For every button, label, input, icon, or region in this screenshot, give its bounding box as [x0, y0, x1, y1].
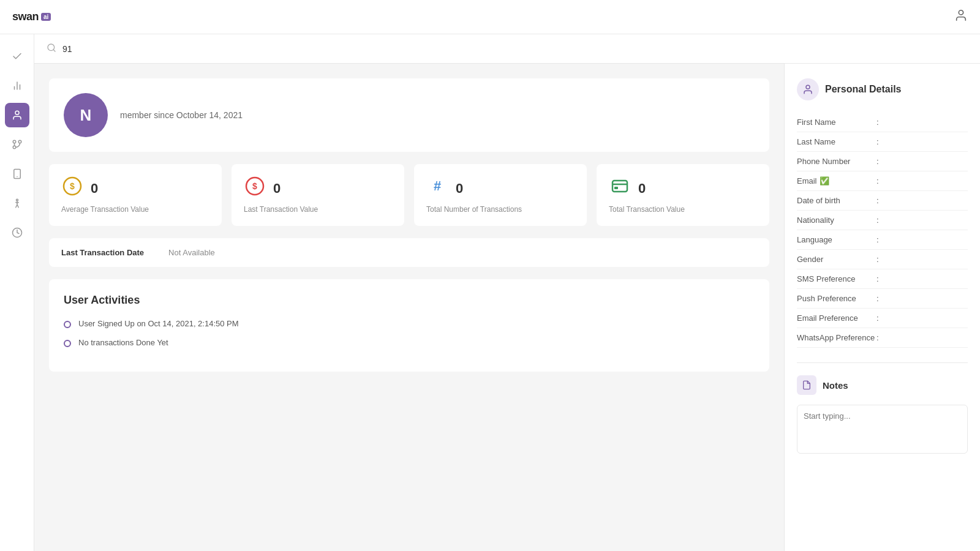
detail-row: Email Preference :	[797, 309, 968, 328]
stat-value-avg-txn: 0	[91, 181, 98, 197]
detail-row: Last Name :	[797, 132, 968, 152]
personal-details-title: Personal Details	[825, 84, 902, 95]
stats-grid: $ 0 Average Transaction Value $ 0 Last T…	[49, 164, 769, 226]
detail-row: Push Preference :	[797, 289, 968, 309]
email-verified-icon: ✅	[820, 176, 829, 186]
app-header: swan ai	[0, 0, 980, 34]
logo: swan ai	[12, 10, 51, 23]
member-since: member since October 14, 2021	[120, 110, 243, 120]
stat-label-last-txn: Last Transaction Value	[244, 205, 392, 214]
sidebar-item-user[interactable]	[5, 103, 29, 127]
sidebar-item-check[interactable]	[5, 44, 29, 69]
txn-date-value: Not Available	[168, 248, 215, 257]
notes-textarea[interactable]	[797, 405, 968, 454]
sidebar-item-figure[interactable]	[5, 191, 29, 216]
detail-row: Gender :	[797, 250, 968, 269]
notes-icon	[797, 375, 816, 395]
svg-text:$: $	[252, 181, 257, 191]
stat-icon-total-val	[609, 176, 631, 200]
svg-rect-19	[612, 181, 627, 192]
detail-label: Email Preference	[797, 313, 876, 323]
stat-icon-avg-txn: $	[61, 176, 83, 200]
detail-label: Language	[797, 235, 876, 244]
stat-label-total-val: Total Transaction Value	[609, 205, 757, 214]
content-with-panel: N member since October 14, 2021 $ 0 Aver…	[34, 64, 980, 551]
profile-header: N member since October 14, 2021	[49, 78, 769, 152]
logo-text: swan	[12, 10, 39, 23]
detail-row: WhatsApp Preference :	[797, 328, 968, 348]
detail-label: Nationality	[797, 216, 876, 225]
detail-row: Email✅ :	[797, 171, 968, 191]
detail-label: Email✅	[797, 176, 876, 186]
activity-text: User Signed Up on Oct 14, 2021, 2:14:50 …	[78, 319, 239, 328]
center-content: N member since October 14, 2021 $ 0 Aver…	[34, 64, 784, 551]
detail-row: Language :	[797, 230, 968, 250]
detail-row: Phone Number :	[797, 152, 968, 171]
activity-dot	[64, 321, 71, 328]
search-icon	[47, 43, 56, 55]
activity-text: No transactions Done Yet	[78, 338, 168, 347]
svg-text:$: $	[70, 181, 75, 191]
stat-card-total-num: # 0 Total Number of Transactions	[414, 164, 587, 226]
avatar: N	[64, 93, 108, 137]
stat-card-last-txn: $ 0 Last Transaction Value	[232, 164, 404, 226]
detail-label: Phone Number	[797, 157, 876, 166]
header-user-icon[interactable]	[954, 9, 968, 26]
stat-icon-total-num: #	[426, 176, 448, 200]
detail-row: First Name :	[797, 113, 968, 132]
detail-row: Nationality :	[797, 211, 968, 230]
activity-dot	[64, 340, 71, 347]
sidebar-item-fork[interactable]	[5, 132, 29, 157]
stat-value-total-val: 0	[638, 181, 646, 197]
activities-list: User Signed Up on Oct 14, 2021, 2:14:50 …	[64, 319, 755, 347]
detail-label: Push Preference	[797, 294, 876, 303]
stat-card-total-val: 0 Total Transaction Value	[597, 164, 769, 226]
sidebar	[0, 34, 34, 551]
detail-label: First Name	[797, 118, 876, 127]
transaction-date-row: Last Transaction Date Not Available	[49, 238, 769, 267]
right-panel: Personal Details First Name : Last Name …	[784, 64, 980, 551]
activity-item: User Signed Up on Oct 14, 2021, 2:14:50 …	[64, 319, 755, 328]
detail-label: WhatsApp Preference	[797, 333, 876, 342]
svg-rect-21	[614, 187, 618, 189]
detail-label: SMS Preference	[797, 274, 876, 283]
stat-label-avg-txn: Average Transaction Value	[61, 205, 209, 214]
stat-card-avg-txn: $ 0 Average Transaction Value	[49, 164, 222, 226]
notes-section: Notes	[797, 362, 968, 456]
svg-point-4	[15, 111, 19, 114]
personal-details-icon	[797, 78, 819, 100]
personal-details-header: Personal Details	[797, 78, 968, 100]
activities-section: User Activities User Signed Up on Oct 14…	[49, 279, 769, 372]
svg-point-22	[806, 85, 810, 89]
sidebar-item-chart[interactable]	[5, 73, 29, 98]
details-list: First Name : Last Name : Phone Number : …	[797, 113, 968, 348]
stat-value-last-txn: 0	[273, 181, 281, 197]
detail-row: SMS Preference :	[797, 269, 968, 289]
notes-header: Notes	[797, 375, 968, 395]
activity-item: No transactions Done Yet	[64, 338, 755, 347]
stat-label-total-num: Total Number of Transactions	[426, 205, 575, 214]
detail-label: Date of birth	[797, 196, 876, 205]
detail-row: Date of birth :	[797, 191, 968, 211]
sidebar-item-clock[interactable]	[5, 220, 29, 245]
txn-date-label: Last Transaction Date	[61, 248, 144, 257]
svg-line-13	[53, 50, 55, 51]
detail-label: Gender	[797, 255, 876, 264]
svg-text:#: #	[434, 178, 441, 193]
main-area: N member since October 14, 2021 $ 0 Aver…	[34, 34, 980, 551]
activities-title: User Activities	[64, 294, 755, 307]
stat-icon-last-txn: $	[244, 176, 266, 200]
search-input[interactable]	[62, 44, 185, 54]
notes-title: Notes	[823, 380, 848, 391]
stat-value-total-num: 0	[456, 181, 463, 197]
sidebar-item-phone[interactable]	[5, 162, 29, 186]
app-body: N member since October 14, 2021 $ 0 Aver…	[0, 34, 980, 551]
svg-point-0	[959, 10, 963, 14]
logo-badge: ai	[41, 13, 51, 21]
detail-label: Last Name	[797, 137, 876, 146]
search-bar	[34, 34, 980, 64]
